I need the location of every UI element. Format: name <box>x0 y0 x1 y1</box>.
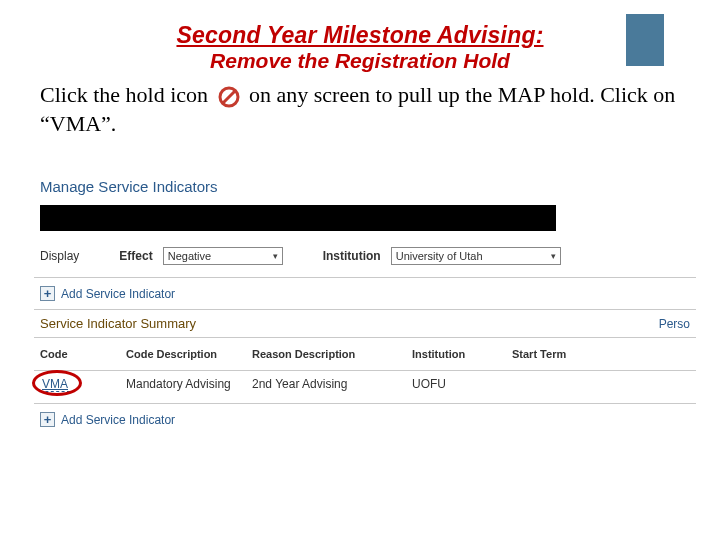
app-screenshot: Manage Service Indicators Display Effect… <box>34 172 696 435</box>
add-indicator-link: Add Service Indicator <box>61 413 175 427</box>
col-code: Code <box>40 348 126 360</box>
cell-institution: UOFU <box>412 377 512 391</box>
col-code-desc: Code Description <box>126 348 252 360</box>
slide-title: Second Year Milestone Advising: Remove t… <box>0 0 720 73</box>
col-institution: Institution <box>412 348 512 360</box>
title-line-2: Remove the Registration Hold <box>0 49 720 73</box>
instruction-text: Click the hold icon on any screen to pul… <box>0 73 720 138</box>
col-start-term: Start Term <box>512 348 632 360</box>
summary-title: Service Indicator Summary <box>40 316 196 331</box>
effect-value: Negative <box>168 250 211 262</box>
chevron-down-icon: ▾ <box>273 251 278 261</box>
display-label: Display <box>40 249 79 263</box>
chevron-down-icon: ▾ <box>551 251 556 261</box>
add-indicator-row-bottom[interactable]: + Add Service Indicator <box>34 404 696 435</box>
title-line-1: Second Year Milestone Advising: <box>0 22 720 49</box>
vma-link[interactable]: VMA <box>40 377 70 392</box>
effect-label: Effect <box>119 249 152 263</box>
col-reason-desc: Reason Description <box>252 348 412 360</box>
accent-box <box>626 14 664 66</box>
cell-reason-desc: 2nd Year Advising <box>252 377 412 391</box>
summary-header: Service Indicator Summary Perso <box>34 309 696 338</box>
instruction-part1: Click the hold icon <box>40 82 214 107</box>
personalize-link[interactable]: Perso <box>659 317 690 331</box>
filter-row: Display Effect Negative ▾ Institution Un… <box>34 245 696 277</box>
panel-title: Manage Service Indicators <box>34 172 696 205</box>
institution-label: Institution <box>323 249 381 263</box>
add-indicator-link: Add Service Indicator <box>61 287 175 301</box>
table-row: VMA Mandatory Advising 2nd Year Advising… <box>34 370 696 403</box>
institution-value: University of Utah <box>396 250 483 262</box>
redacted-bar <box>40 205 556 231</box>
effect-select[interactable]: Negative ▾ <box>163 247 283 265</box>
add-indicator-row-top[interactable]: + Add Service Indicator <box>34 278 696 309</box>
hold-icon <box>218 86 240 108</box>
plus-icon: + <box>40 286 55 301</box>
table-header: Code Code Description Reason Description… <box>34 338 696 370</box>
plus-icon: + <box>40 412 55 427</box>
institution-select[interactable]: University of Utah ▾ <box>391 247 561 265</box>
cell-code-desc: Mandatory Advising <box>126 377 252 391</box>
